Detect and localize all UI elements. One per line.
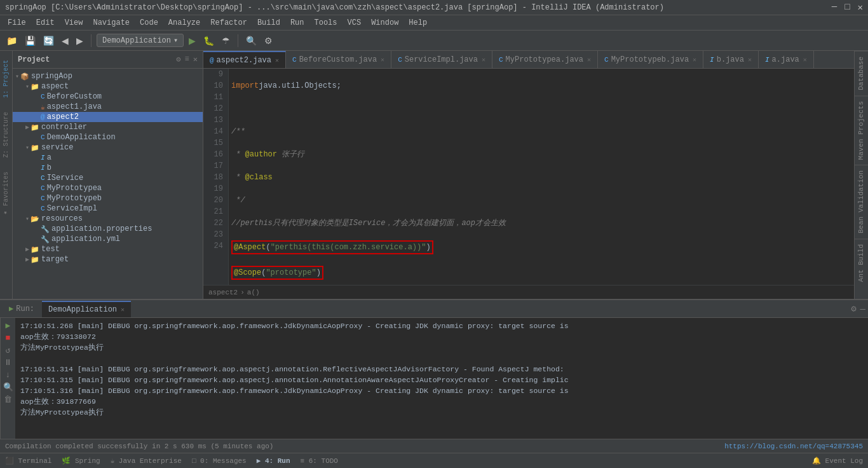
favorites-panel-icon[interactable]: ★ Favorites	[3, 172, 10, 217]
menu-item-code[interactable]: Code	[135, 17, 163, 29]
ant-build-panel-btn[interactable]: Ant Build	[855, 238, 868, 287]
minimize-button[interactable]: ─	[832, 2, 837, 13]
tree-item-controller[interactable]: ▶ 📁 controller	[13, 122, 203, 132]
menu-item-build[interactable]: Build	[252, 17, 285, 29]
tree-item-b[interactable]: ▶ I b	[13, 163, 203, 173]
tab-myprototypeb[interactable]: C MyPrototypeb.java ✕	[598, 51, 703, 69]
menu-item-navigate[interactable]: Navigate	[88, 17, 135, 29]
code-line-12: * @author 张子行	[231, 149, 851, 160]
console-minimize-icon[interactable]: —	[860, 304, 865, 314]
toolbar-project-btn[interactable]: 📁	[4, 34, 20, 47]
spring-tab[interactable]: 🌿 Spring	[62, 457, 100, 465]
menu-item-refactor[interactable]: Refactor	[205, 17, 252, 29]
maven-panel-btn[interactable]: Maven Projects	[855, 95, 868, 165]
run-button[interactable]: ▶	[186, 34, 198, 47]
tab-close-myprototypea[interactable]: ✕	[587, 56, 591, 64]
search-everywhere-btn[interactable]: 🔍	[243, 34, 259, 47]
coverage-button[interactable]: ☂	[219, 34, 233, 47]
tree-item-resources[interactable]: ▾ 📂 resources	[13, 214, 203, 224]
tree-item-myprototypeb[interactable]: ▶ C MyPrototypeb	[13, 193, 203, 203]
tab-label-aspect2: aspect2.java	[217, 56, 271, 65]
tree-item-aspect2[interactable]: ▶ @ aspect2	[13, 112, 203, 122]
run-config-label: DemoApplication	[102, 36, 171, 45]
console-line-4	[20, 353, 863, 364]
terminal-tab[interactable]: ⬛ Terminal	[5, 457, 51, 465]
tree-item-target[interactable]: ▶ 📁 target	[13, 254, 203, 265]
menu-item-window[interactable]: Window	[366, 17, 403, 29]
tree-noarrow-bc: ▶	[36, 93, 39, 100]
tab-ajava[interactable]: I a.java ✕	[759, 51, 814, 69]
tree-item-root[interactable]: ▾ 📦 springAop	[13, 71, 203, 81]
toolbar-save-btn[interactable]: 💾	[22, 34, 38, 47]
tab-serviceimpl[interactable]: C ServiceImpl.java ✕	[391, 51, 492, 69]
console-clear-icon[interactable]: 🗑	[4, 395, 12, 404]
console-run-icon[interactable]: ▶	[6, 320, 11, 331]
tree-item-iservice[interactable]: ▶ C IService	[13, 173, 203, 183]
toolbar-forward-btn[interactable]: ▶	[74, 34, 86, 47]
menu-item-vcs[interactable]: VCS	[342, 17, 367, 29]
tree-item-aspect-folder[interactable]: ▾ 📁 aspect	[13, 81, 203, 92]
structure-panel-icon[interactable]: Z: Structure	[3, 112, 10, 158]
sidebar-close-icon[interactable]: ✕	[193, 55, 198, 64]
tab-close-aspect2[interactable]: ✕	[275, 57, 279, 64]
status-link[interactable]: https://blog.csdn.net/qq=42875345	[724, 443, 863, 450]
menu-item-tools[interactable]: Tools	[309, 17, 342, 29]
tab-close-bjava[interactable]: ✕	[748, 56, 752, 64]
demo-tab-close[interactable]: ✕	[121, 306, 125, 313]
tree-item-serviceimpl[interactable]: ▶ C ServiceImpl	[13, 203, 203, 214]
yml-icon: 🔧	[41, 235, 50, 244]
tab-myprototypea[interactable]: C MyPrototypea.java ✕	[492, 51, 598, 69]
tree-item-myprototypea[interactable]: ▶ C MyPrototypea	[13, 183, 203, 193]
tree-item-demoapplication[interactable]: ▶ C DemoApplication	[13, 132, 203, 142]
console-filter-icon[interactable]: 🔍	[3, 382, 13, 392]
tab-close-ajava[interactable]: ✕	[803, 56, 807, 64]
code-editor[interactable]: import java.util.Objects; /** * @author …	[229, 69, 854, 285]
breadcrumb-aspect2[interactable]: aspect2	[208, 289, 238, 296]
console-rerun-icon[interactable]: ↺	[6, 345, 11, 355]
run-config-dropdown[interactable]: DemoApplication ▾	[97, 34, 184, 47]
bean-validation-panel-btn[interactable]: Bean Validation	[855, 165, 868, 238]
console-scroll-icon[interactable]: ↓	[6, 370, 11, 380]
window-controls[interactable]: ─ □ ✕	[832, 2, 863, 13]
menu-item-run[interactable]: Run	[285, 17, 309, 29]
tree-item-aspect1[interactable]: ▶ ☕ aspect1.java	[13, 102, 203, 112]
menu-item-help[interactable]: Help	[403, 17, 432, 29]
menu-item-analyze[interactable]: Analyze	[163, 17, 205, 29]
project-panel-icon[interactable]: 1: Project	[3, 60, 10, 98]
tab-bjava[interactable]: I b.java ✕	[703, 51, 759, 69]
tree-item-app-yml[interactable]: ▶ 🔧 application.yml	[13, 234, 203, 244]
tab-close-myprototypeb[interactable]: ✕	[693, 56, 696, 64]
menu-item-edit[interactable]: Edit	[31, 17, 60, 29]
sidebar-gear-icon[interactable]: ⚙	[176, 55, 180, 64]
tree-item-a[interactable]: ▶ I a	[13, 153, 203, 163]
tree-item-service-folder[interactable]: ▾ 📁 service	[13, 142, 203, 153]
tab-aspect2[interactable]: @ aspect2.java ✕	[203, 51, 286, 69]
menu-item-file[interactable]: File	[3, 17, 31, 29]
menu-item-view[interactable]: View	[60, 17, 88, 29]
console-pause-icon[interactable]: ⏸	[4, 358, 12, 368]
settings-btn[interactable]: ⚙	[262, 34, 275, 47]
console-line-3: 方法MyPrototypea执行	[20, 342, 863, 353]
debug-button[interactable]: 🐛	[201, 34, 217, 47]
breadcrumb-method[interactable]: a()	[247, 289, 260, 296]
tab-close-beforecustom[interactable]: ✕	[381, 56, 384, 64]
tab-beforecustom[interactable]: C BeforeCustom.java ✕	[286, 51, 391, 69]
close-button[interactable]: ✕	[858, 2, 863, 13]
console-settings-icon[interactable]: ⚙	[851, 303, 856, 314]
java-enterprise-tab[interactable]: ☕ Java Enterprise	[111, 457, 182, 465]
tree-item-app-properties[interactable]: ▶ 🔧 application.properties	[13, 224, 203, 234]
database-panel-btn[interactable]: Database	[855, 51, 868, 95]
maximize-button[interactable]: □	[844, 2, 850, 13]
bottom-tab-demoapplication[interactable]: DemoApplication ✕	[42, 301, 131, 317]
console-stop-icon[interactable]: ■	[6, 333, 11, 343]
tab-close-serviceimpl[interactable]: ✕	[482, 56, 485, 64]
todo-tab[interactable]: ≡ 6: TODO	[301, 457, 338, 465]
toolbar-sync-btn[interactable]: 🔄	[41, 34, 57, 47]
run-tab-bottom[interactable]: ▶ 4: Run	[257, 457, 290, 465]
event-log-tab[interactable]: 🔔 Event Log	[812, 457, 863, 465]
tree-item-beforecustom[interactable]: ▶ C BeforeCustom	[13, 92, 203, 102]
toolbar-back-btn[interactable]: ◀	[59, 34, 71, 47]
sidebar-hide-icon[interactable]: ≡	[185, 55, 189, 64]
messages-tab[interactable]: □ 0: Messages	[192, 457, 247, 465]
tree-item-test[interactable]: ▶ 📁 test	[13, 244, 203, 254]
